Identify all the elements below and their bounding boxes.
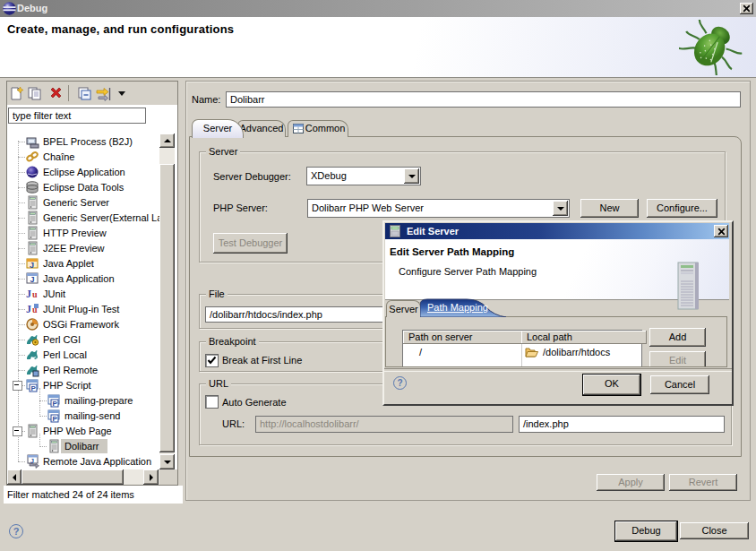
svg-text:J: J: [26, 303, 31, 315]
svg-text:J: J: [30, 458, 34, 464]
svg-text:u: u: [32, 289, 38, 299]
svg-text:J: J: [26, 288, 31, 300]
svg-text:J: J: [30, 261, 34, 270]
svg-text:Path Mapping: Path Mapping: [427, 302, 488, 313]
